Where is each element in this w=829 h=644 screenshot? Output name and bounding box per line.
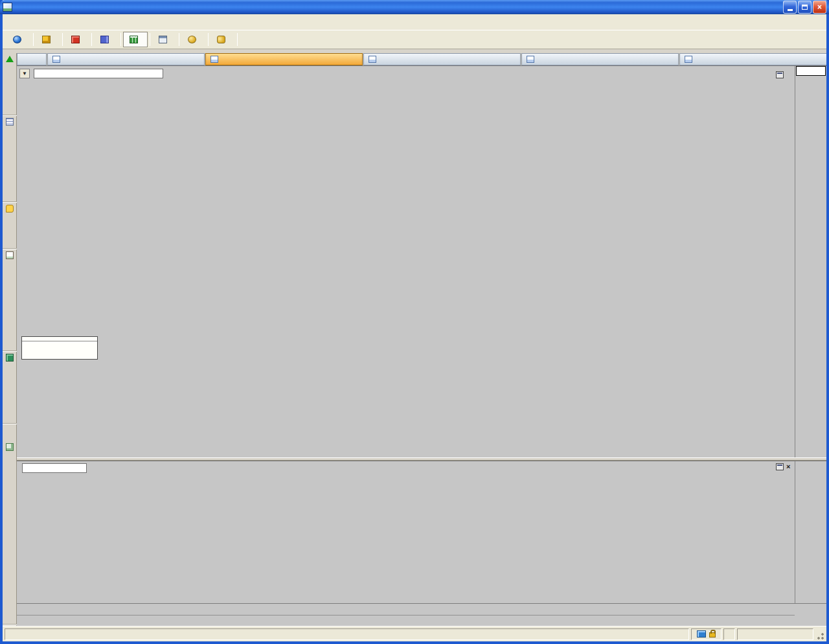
- symbol-dropdown-button[interactable]: ▼: [19, 69, 30, 78]
- menu-analisis[interactable]: [88, 19, 98, 25]
- menu-cuenta[interactable]: [98, 19, 109, 25]
- data-window-timestamp: [22, 337, 97, 341]
- rsi-chart-canvas[interactable]: [17, 461, 795, 603]
- sidebar-item-forex-board[interactable]: [3, 351, 17, 424]
- chart-tab-icon: [685, 56, 692, 63]
- close-panel-icon[interactable]: ×: [786, 463, 790, 470]
- menu-divisas[interactable]: [26, 19, 36, 25]
- rsi-panel: ×: [17, 461, 826, 603]
- tab-usdcad[interactable]: [679, 53, 826, 65]
- chart-tab-icon: [369, 56, 376, 63]
- restore-panel-icon[interactable]: [776, 463, 784, 470]
- toolbar-estado-de-cuenta[interactable]: [152, 32, 177, 47]
- toolbar-divisas[interactable]: [123, 32, 148, 47]
- price-axis: [795, 66, 826, 457]
- data-window: [21, 336, 98, 360]
- close-icon: ×: [817, 3, 822, 12]
- toolbar-fondos[interactable]: [181, 32, 206, 47]
- lock-icon: [709, 632, 716, 638]
- maximize-icon: [802, 5, 808, 10]
- close-button[interactable]: ×: [813, 1, 826, 14]
- toolbar-mercados-globales[interactable]: [6, 32, 31, 47]
- options-icon: [6, 443, 14, 451]
- price-chart-canvas[interactable]: [17, 66, 795, 457]
- menu-noticias[interactable]: [78, 19, 88, 25]
- chart-tabstrip: [17, 53, 826, 65]
- current-price-box: [796, 66, 826, 76]
- report-icon: [6, 251, 14, 259]
- menu-archivo[interactable]: [5, 19, 16, 25]
- futures-icon: [100, 36, 109, 43]
- rsi-axis: [795, 461, 826, 603]
- menu-cfds[interactable]: [47, 19, 57, 25]
- restore-panel-icon[interactable]: [776, 71, 784, 78]
- tab-usdchf[interactable]: [205, 53, 363, 65]
- maximize-button[interactable]: [798, 1, 812, 14]
- app-window: ×: [0, 0, 829, 644]
- chart-area: ▼: [17, 65, 826, 626]
- connection-icon: [697, 630, 706, 638]
- toolbar-separator: [33, 33, 34, 46]
- minimize-button[interactable]: [783, 1, 797, 14]
- toolbar-separator: [150, 33, 150, 46]
- tab-partial[interactable]: [17, 53, 47, 65]
- status-icons-panel: [691, 628, 721, 640]
- menu-acciones[interactable]: [57, 19, 67, 25]
- toolbar-fondos-saxo-bank[interactable]: [210, 32, 235, 47]
- toolbar-separator: [120, 33, 121, 46]
- sidebar-item-forex-trading[interactable]: [3, 53, 17, 115]
- menu-herramientas[interactable]: [109, 19, 119, 25]
- sidebar-item-bg-chat[interactable]: [3, 202, 17, 249]
- stocks-icon: [42, 36, 51, 43]
- toolbar-separator: [62, 33, 63, 46]
- sidebar-item-informe-diario[interactable]: [3, 249, 17, 351]
- symbol-input[interactable]: [34, 69, 163, 78]
- rsi-input[interactable]: [22, 463, 87, 473]
- saxo-funds-icon: [217, 36, 225, 43]
- price-chart-panel: ▼: [17, 65, 826, 457]
- resize-grip[interactable]: [815, 628, 824, 640]
- toolbar-futuros[interactable]: [94, 32, 119, 47]
- toolbar-acciones[interactable]: [36, 32, 60, 47]
- symbol-box: ▼: [19, 69, 163, 78]
- toolbar-separator: [179, 33, 179, 46]
- sidebar-item-ordenes-abiertas[interactable]: [3, 115, 17, 202]
- minimize-icon: [788, 9, 793, 11]
- chart-tab-icon: [210, 56, 218, 63]
- status-language: [737, 628, 813, 640]
- app-icon: [3, 3, 12, 12]
- toolbar: [3, 30, 826, 49]
- menu-ventana[interactable]: [119, 19, 130, 25]
- date-divider: [17, 615, 795, 615]
- menu-ver[interactable]: [16, 19, 26, 25]
- account-icon: [159, 36, 167, 43]
- status-message-panel: [5, 628, 689, 640]
- chat-icon: [6, 205, 14, 213]
- sidebar-item-eurgbp-opciones[interactable]: [3, 441, 17, 625]
- orders-icon: [6, 118, 14, 126]
- sidebar: [3, 53, 17, 626]
- tab-eurchf[interactable]: [363, 53, 521, 65]
- globe-icon: [13, 36, 21, 43]
- forex-trading-icon: [6, 56, 14, 62]
- cfds-icon: [71, 36, 80, 43]
- forex-icon: [130, 36, 138, 43]
- toolbar-separator: [91, 33, 92, 46]
- menu-fondos-gestionados[interactable]: [67, 19, 78, 25]
- status-connected: [723, 628, 735, 640]
- menubar: [3, 14, 826, 30]
- time-axis: [17, 603, 826, 626]
- toolbar-separator: [237, 33, 238, 46]
- workspace: ▼: [3, 49, 826, 626]
- data-row-rsi: [22, 357, 97, 359]
- menu-ayuda[interactable]: [130, 19, 140, 25]
- menu-futuros[interactable]: [36, 19, 47, 25]
- rsi-header: [19, 463, 87, 473]
- tab-eurjpy[interactable]: [47, 53, 205, 65]
- chart-tab-icon: [52, 56, 60, 63]
- toolbar-informacion[interactable]: [240, 32, 253, 47]
- chart-tab-icon: [527, 56, 534, 63]
- toolbar-cfds[interactable]: [65, 32, 89, 47]
- tab-audusd[interactable]: [521, 53, 679, 65]
- statusbar: [3, 626, 826, 641]
